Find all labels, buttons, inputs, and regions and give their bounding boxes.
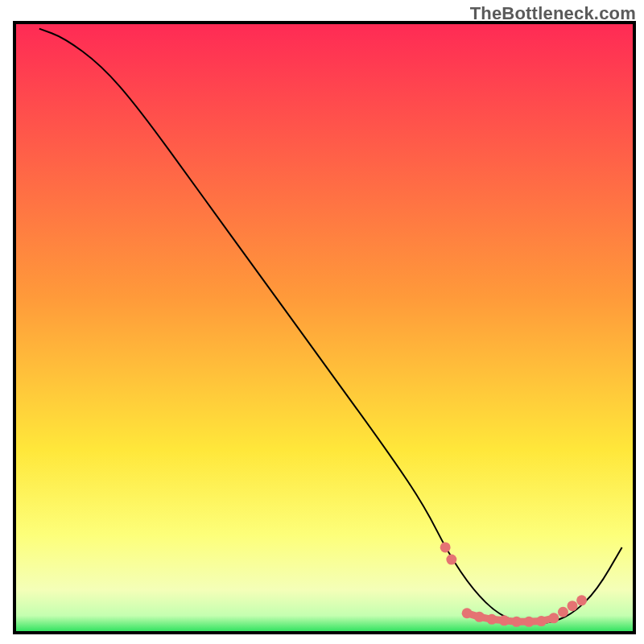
optimal-zone-marker <box>474 612 485 622</box>
optimal-zone-marker <box>568 601 578 611</box>
optimal-zone-marker <box>440 542 451 552</box>
gradient-background <box>14 23 634 633</box>
optimal-zone-marker <box>499 615 510 625</box>
optimal-zone-marker <box>524 617 535 627</box>
optimal-zone-marker <box>486 614 497 625</box>
optimal-zone-marker <box>548 613 559 623</box>
optimal-zone-marker <box>462 608 473 618</box>
chart-frame: TheBottleneck.com <box>0 0 644 644</box>
optimal-zone-marker <box>511 617 522 627</box>
chart-plot-svg <box>0 0 644 644</box>
optimal-zone-marker <box>558 607 568 617</box>
optimal-zone-marker <box>576 595 587 605</box>
optimal-zone-marker <box>446 555 456 565</box>
optimal-zone-marker <box>536 616 547 626</box>
